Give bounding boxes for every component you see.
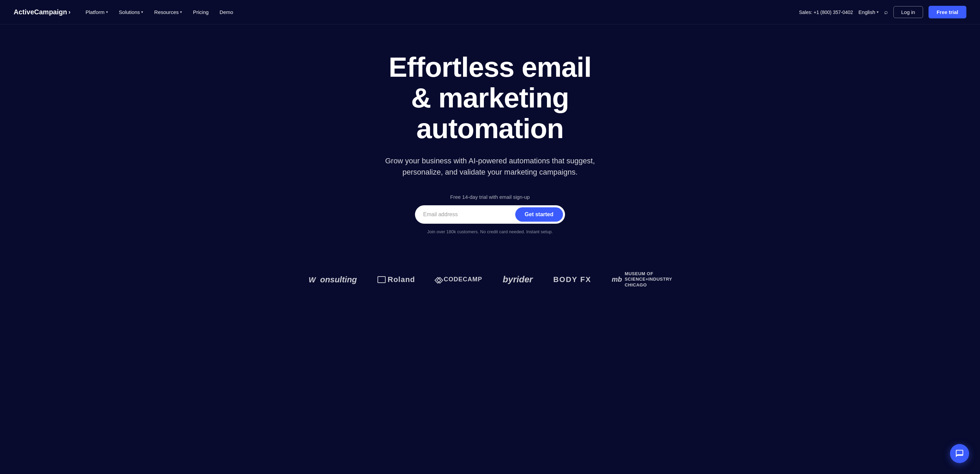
wonsulting-icon: W [308,275,317,285]
bodyfx-label: BODY FX [553,275,591,284]
search-icon[interactable]: ⌕ [884,8,888,16]
chat-button[interactable] [950,444,969,463]
roland-label: Roland [388,275,415,284]
trial-label: Free 14-day trial with email sign-up [450,194,530,200]
get-started-button[interactable]: Get started [515,207,563,222]
nav-solutions[interactable]: Solutions ▾ [115,6,148,18]
main-navigation: ActiveCampaign › Platform ▾ Solutions ▾ … [0,0,980,25]
brand-arrow: › [68,8,71,16]
chevron-down-icon: ▾ [141,10,143,14]
roland-icon [377,276,386,283]
nav-resources[interactable]: Resources ▾ [150,6,186,18]
chevron-down-icon: ▾ [877,10,879,14]
chevron-down-icon: ▾ [106,10,108,14]
hero-section: Effortless email & marketing automation … [0,25,980,255]
codecamp-icon [436,277,442,283]
logo-roland: Roland [377,275,415,284]
logo-museum: mb museum ofscience+industrychicago [612,271,672,288]
logo-byrider: byrider [503,274,533,285]
chevron-down-icon: ▾ [180,10,182,14]
language-label: English [859,9,875,15]
logo-bodyfx: BODY FX [553,275,591,284]
logo-codecamp: CodeCamp [436,276,482,283]
sales-phone: Sales: +1 (800) 357-0402 [799,10,853,15]
hero-title: Effortless email & marketing automation [337,52,643,144]
login-button[interactable]: Log in [893,6,923,18]
join-text: Join over 180k customers. No credit card… [427,229,553,234]
nav-platform[interactable]: Platform ▾ [81,6,112,18]
nav-demo[interactable]: Demo [215,6,237,18]
brand-logo[interactable]: ActiveCampaign › [14,8,71,16]
nav-links: Platform ▾ Solutions ▾ Resources ▾ Prici… [81,6,237,18]
language-selector[interactable]: English ▾ [859,9,879,15]
byrider-label: byrider [503,274,533,285]
museum-badge-icon: mb [612,275,622,283]
brand-name: ActiveCampaign [14,8,67,16]
logo-wonsulting: W onsulting [308,275,357,285]
nav-pricing[interactable]: Pricing [189,6,213,18]
signup-form: Get started [415,205,565,224]
hero-subtitle: Grow your business with AI-powered autom… [374,155,606,178]
email-input[interactable] [423,212,515,218]
chat-icon [955,449,964,458]
free-trial-button[interactable]: Free trial [929,6,966,18]
logos-section: W onsulting Roland CodeCamp byrider BODY… [0,255,980,309]
museum-label: museum ofscience+industrychicago [625,271,672,288]
nav-left: ActiveCampaign › Platform ▾ Solutions ▾ … [14,6,237,18]
codecamp-label: CodeCamp [444,276,482,283]
svg-text:W: W [309,275,317,284]
nav-right: Sales: +1 (800) 357-0402 English ▾ ⌕ Log… [799,6,966,18]
